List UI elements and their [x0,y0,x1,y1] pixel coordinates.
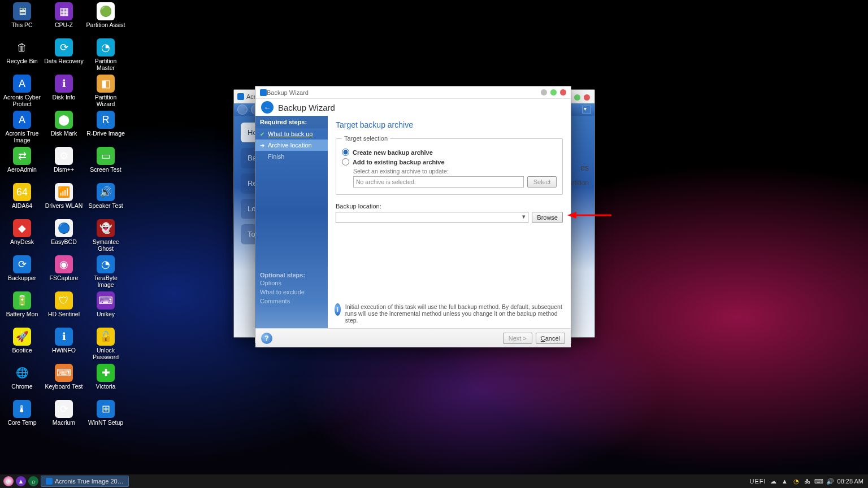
browse-button[interactable]: Browse [532,212,563,223]
icon-label: Partition Master [85,58,126,71]
dialog-maximize-button[interactable] [550,89,557,95]
taskbar-active-app[interactable]: Acronis True Image 20… [41,476,129,487]
select-button[interactable]: Select [527,176,557,188]
desktop-icon-hd-sentinel[interactable]: 🛡 HD Sentinel [43,291,85,325]
desktop-icon-macrium[interactable]: ⟳ Macrium [43,400,85,434]
tray-icon-2[interactable]: ▲ [781,477,789,485]
nav-back-icon[interactable] [237,104,248,115]
desktop-icon-hwinfo[interactable]: ℹ HWiNFO [43,328,85,361]
radio-create-new-input[interactable] [342,149,349,156]
taskbar-app-1[interactable]: ▲ [16,476,26,486]
icon-label: Acronis True Image [2,130,42,143]
tray-clock[interactable]: 08:28 AM [837,478,863,485]
desktop-icon-partition-wizard[interactable]: ◧ Partition Wizard [85,75,127,108]
app-icon: ✚ [97,364,115,382]
desktop-icon-backupper[interactable]: ⟳ Backupper [1,255,43,289]
maximize-button[interactable] [574,94,580,101]
next-button[interactable]: Next > [503,333,532,344]
app-icon: A [13,111,31,129]
taskbar-app-label: Acronis True Image 20… [55,478,124,485]
desktop-icon-disk-mark[interactable]: ⬤ Disk Mark [43,111,85,145]
target-selection-group: Target selection Create new backup archi… [336,135,563,195]
desktop-icon-symantec-ghost[interactable]: 👻 Symantec Ghost [85,219,127,253]
desktop-icon-screen-test[interactable]: ▭ Screen Test [85,147,127,181]
desktop-icon-data-recovery[interactable]: ⟳ Data Recovery [43,38,85,72]
step-archive-location[interactable]: Archive location [255,140,328,151]
uefi-label: UEFI [749,478,766,485]
desktop-icon-unikey[interactable]: ⌨ Unikey [85,291,127,325]
icon-label: Partition Wizard [85,94,126,107]
dialog-titlebar: Backup Wizard [255,86,571,99]
desktop-icon-easybcd[interactable]: 🔵 EasyBCD [43,219,85,253]
radio-add-existing-input[interactable] [342,158,349,165]
desktop-icon-acronis-cyber-protect[interactable]: A Acronis Cyber Protect [1,75,43,108]
desktop-icon-aeroadmin[interactable]: ⇄ AeroAdmin [1,147,43,181]
icon-label: Bootice [12,347,32,354]
app-icon: 🔓 [97,328,115,346]
icon-label: Symantec Ghost [85,238,126,252]
icon-label: HWiNFO [52,347,76,354]
dialog-minimize-button[interactable] [541,89,547,95]
desktop-icon-unlock-password[interactable]: 🔓 Unlock Password [85,328,127,361]
cancel-button[interactable]: Cancel [536,333,565,344]
icon-label: Unlock Password [85,347,126,360]
icon-label: R-Drive Image [86,130,125,137]
desktop-icon-keyboard-test[interactable]: ⌨ Keyboard Test [43,364,85,398]
tray-network-icon[interactable]: 🖧 [804,477,811,485]
desktop-icon-core-temp[interactable]: 🌡 Core Temp [1,400,43,434]
tray-volume-icon[interactable]: 🔊 [826,477,834,485]
icon-label: Victoria [96,383,116,390]
app-icon: 64 [13,183,31,201]
desktop-icon-speaker-test[interactable]: 🔊 Speaker Test [85,183,127,217]
close-button[interactable] [584,94,590,101]
desktop-icon-drivers-wlan[interactable]: 📶 Drivers WLAN [43,183,85,217]
app-icon: ◆ [13,219,31,237]
help-icon[interactable]: ? [261,333,272,344]
desktop-icon-terabyte-image[interactable]: ◔ TeraByte Image [85,255,127,289]
desktop-icon-dism-[interactable]: ⚙ Dism++ [43,147,85,181]
target-selection-legend: Target selection [342,135,390,142]
app-icon: ⚙ [55,147,73,165]
desktop-icon-disk-info[interactable]: ℹ Disk Info [43,75,85,108]
desktop-icon-bootice[interactable]: 🚀 Bootice [1,328,43,361]
app-icon: ◧ [97,75,115,93]
desktop-icon-cpu-z[interactable]: ▦ CPU-Z [43,2,85,36]
desktop-icon-victoria[interactable]: ✚ Victoria [85,364,127,398]
desktop-icon-anydesk[interactable]: ◆ AnyDesk [1,219,43,253]
dialog-title: Backup Wizard [267,89,309,96]
app-icon: ℹ [55,328,73,346]
icon-label: Keyboard Test [45,383,83,390]
app-icon: ▭ [97,147,115,165]
radio-add-existing[interactable]: Add to existing backup archive [342,158,557,165]
start-button[interactable]: ◐ [3,476,14,486]
system-tray: UEFI ☁ ▲ ◔ 🖧 ⌨ 🔊 08:28 AM [745,477,868,485]
taskbar-app-2[interactable]: ⌕ [28,476,38,486]
tray-keyboard-icon[interactable]: ⌨ [815,477,823,485]
desktop-icon-acronis-true-image[interactable]: A Acronis True Image [1,111,43,145]
toolbar-menu[interactable] [582,106,591,114]
desktop-icon-this-pc[interactable]: 🖥 This PC [1,2,43,36]
app-icon: ⬤ [55,111,73,129]
back-icon[interactable]: ← [261,101,274,114]
app-icon: 🌡 [13,400,31,418]
taskbar: ◐ ▲ ⌕ Acronis True Image 20… UEFI ☁ ▲ ◔ … [0,474,868,488]
icon-label: Screen Test [90,166,121,173]
desktop-icon-chrome[interactable]: 🌐 Chrome [1,364,43,398]
dialog-close-button[interactable] [560,89,566,95]
desktop-icon-winnt-setup[interactable]: ⊞ WinNT Setup [85,400,127,434]
tray-icon-1[interactable]: ☁ [770,477,778,485]
step-finish: Finish [255,151,328,162]
desktop-icon-partition-master[interactable]: ◔ Partition Master [85,38,127,72]
app-icon: ⟳ [13,255,31,273]
desktop-icon-fscapture[interactable]: ◉ FSCapture [43,255,85,289]
desktop-icon-r-drive-image[interactable]: R R-Drive Image [85,111,127,145]
desktop-icon-battery-mon[interactable]: 🔋 Battery Mon [1,291,43,325]
step-what-to-backup[interactable]: What to back up [255,128,328,140]
tray-icon-3[interactable]: ◔ [792,477,800,485]
icon-label: Battery Mon [6,311,38,317]
radio-create-new[interactable]: Create new backup archive [342,149,557,156]
backup-location-combo[interactable] [336,212,528,223]
desktop-icon-recycle-bin[interactable]: 🗑 Recycle Bin [1,38,43,72]
desktop-icon-aida64[interactable]: 64 AIDA64 [1,183,43,217]
desktop-icon-partition-assist[interactable]: 🟢 Partition Assist [85,2,127,36]
